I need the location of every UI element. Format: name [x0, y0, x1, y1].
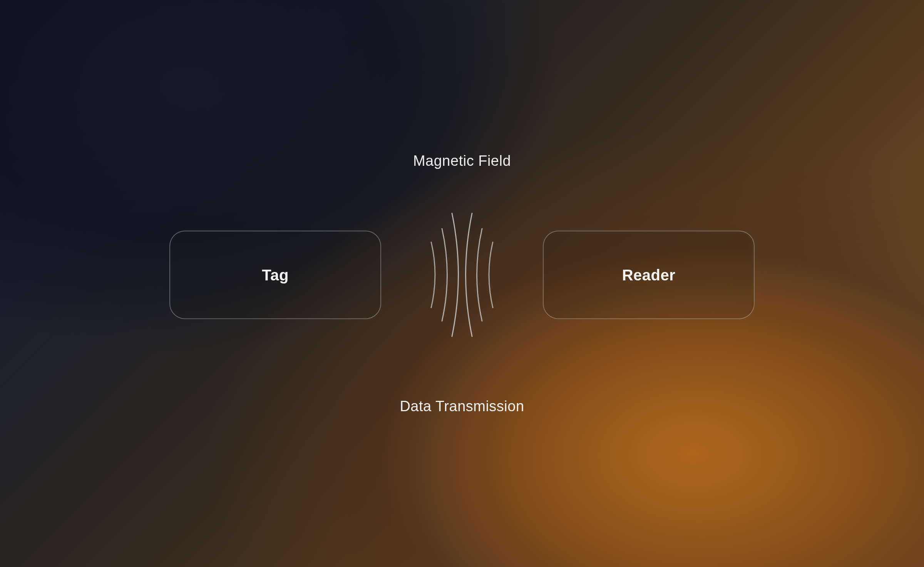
diagram-container: Magnetic Field Tag — [0, 153, 924, 415]
tag-box: Tag — [169, 231, 381, 319]
diagram-row: Tag Reader — [169, 210, 755, 340]
waves-icon — [416, 210, 508, 340]
magnetic-field-label: Magnetic Field — [413, 153, 511, 169]
data-transmission-label: Data Transmission — [400, 398, 524, 415]
reader-label: Reader — [622, 266, 676, 284]
reader-box: Reader — [543, 231, 755, 319]
tag-label: Tag — [262, 266, 289, 284]
